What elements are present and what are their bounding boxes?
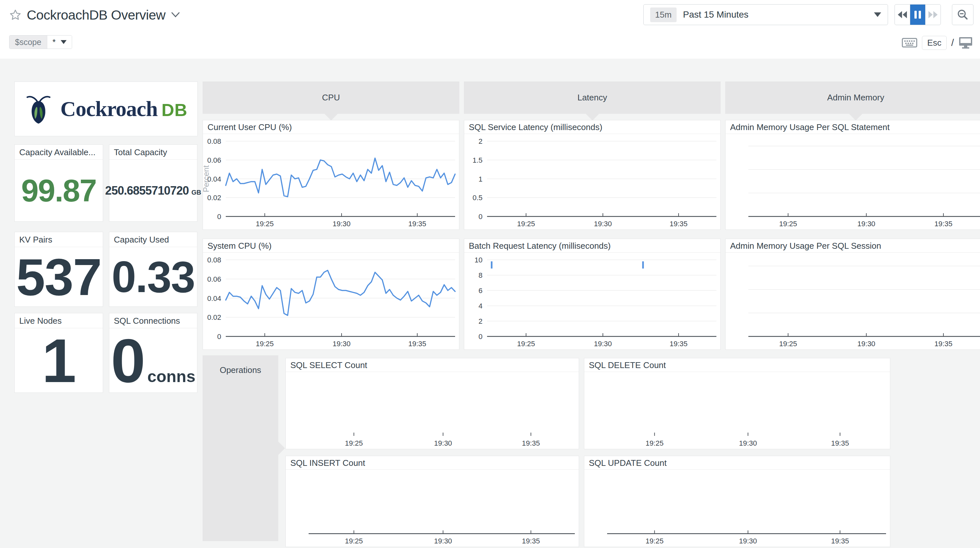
svg-text:19:35: 19:35 xyxy=(934,220,952,228)
svg-text:19:30: 19:30 xyxy=(332,340,350,348)
svg-text:19:25: 19:25 xyxy=(517,220,535,228)
svg-text:1: 1 xyxy=(479,175,482,183)
current-user-cpu-plot[interactable]: 00.020.040.060.0819:2519:3019:35Percent xyxy=(203,134,459,229)
dashboard-title-row: CockroachDB Overview xyxy=(9,6,180,24)
svg-text:Percent: Percent xyxy=(203,165,210,192)
chart-card-sql-update-count: SQL UPDATE Count 19:2519:3019:35 xyxy=(584,456,890,547)
stat-title: Capacity Available... xyxy=(15,145,103,160)
svg-text:19:35: 19:35 xyxy=(408,340,426,348)
svg-text:19:25: 19:25 xyxy=(779,220,797,228)
stat-value: 0.33 xyxy=(111,252,195,302)
svg-text:0.06: 0.06 xyxy=(207,275,221,283)
svg-text:19:25: 19:25 xyxy=(345,537,363,545)
stat-title: KV Pairs xyxy=(15,232,103,247)
svg-text:19:30: 19:30 xyxy=(434,439,452,447)
admin-memory-session-plot[interactable]: 19:2519:3019:35 xyxy=(725,253,980,349)
stat-card-capacity-available: Capacity Available... 99.87 xyxy=(14,145,103,222)
chart-title: SQL DELETE Count xyxy=(584,358,890,372)
chart-card-admin-memory-statement: Admin Memory Usage Per SQL Statement 19:… xyxy=(725,120,980,230)
dashboard-canvas: CockroachDB Capacity Available... 99.87 … xyxy=(0,59,980,548)
svg-text:19:35: 19:35 xyxy=(831,537,849,545)
svg-text:19:25: 19:25 xyxy=(646,537,663,545)
sql-service-latency-plot[interactable]: 00.511.5219:2519:3019:35 xyxy=(464,134,720,229)
scope-caret-icon xyxy=(60,40,67,44)
scope-value-select[interactable]: * xyxy=(47,35,72,49)
keyboard-hints: Esc / xyxy=(902,35,973,50)
cockroachdb-bug-icon xyxy=(24,93,52,124)
stat-value: 537 xyxy=(16,247,102,307)
zoom-out-button[interactable] xyxy=(952,4,974,25)
group-header-latency[interactable]: Latency xyxy=(464,81,721,114)
admin-memory-statement-plot[interactable]: 19:2519:3019:35 xyxy=(725,134,980,229)
chart-title: System CPU (%) xyxy=(203,239,459,253)
stat-card-kv-pairs: KV Pairs 537 xyxy=(14,232,103,307)
stat-card-live-nodes: Live Nodes 1 xyxy=(14,313,103,393)
stat-title: Total Capacity xyxy=(109,145,197,160)
svg-text:0.02: 0.02 xyxy=(207,313,221,321)
group-label: Latency xyxy=(578,92,607,103)
svg-text:0.08: 0.08 xyxy=(207,256,221,264)
page-title[interactable]: CockroachDB Overview xyxy=(27,8,165,23)
sql-update-count-plot[interactable]: 19:2519:3019:35 xyxy=(584,470,890,547)
svg-text:19:30: 19:30 xyxy=(594,340,612,348)
group-header-admin-memory[interactable]: Admin Memory xyxy=(725,81,980,114)
stat-card-capacity-used: Capacity Used 0.33 xyxy=(109,232,197,307)
svg-text:0: 0 xyxy=(217,332,221,341)
rewind-button[interactable] xyxy=(895,5,910,25)
svg-text:19:35: 19:35 xyxy=(522,439,540,447)
duration-badge: 15m xyxy=(650,8,677,22)
time-range-selector[interactable]: 15m Past 15 Minutes xyxy=(643,4,888,25)
slash-separator: / xyxy=(951,37,954,48)
svg-text:19:30: 19:30 xyxy=(858,220,875,228)
svg-text:0: 0 xyxy=(217,213,221,221)
pause-button[interactable] xyxy=(910,5,926,25)
chart-card-current-user-cpu: Current User CPU (%) 00.020.040.060.0819… xyxy=(203,120,459,230)
group-label: Admin Memory xyxy=(827,92,885,103)
playback-controls xyxy=(894,4,941,25)
group-header-cpu[interactable]: CPU xyxy=(203,81,459,114)
fast-forward-button[interactable] xyxy=(926,5,940,25)
svg-text:8: 8 xyxy=(479,271,482,280)
stat-value: 99.87 xyxy=(21,173,96,209)
chart-title: Batch Request Latency (milliseconds) xyxy=(464,239,720,253)
chart-card-batch-request-latency: Batch Request Latency (milliseconds) 024… xyxy=(464,238,721,350)
sql-delete-count-plot[interactable]: 19:2519:3019:35 xyxy=(584,372,890,449)
svg-text:6: 6 xyxy=(479,287,482,295)
keyboard-icon[interactable] xyxy=(902,37,917,48)
svg-text:19:25: 19:25 xyxy=(256,220,274,228)
chart-card-sql-select-count: SQL SELECT Count 19:2519:3019:35 xyxy=(285,358,579,449)
group-panel-operations[interactable]: Operations xyxy=(203,355,278,541)
system-cpu-plot[interactable]: 00.020.040.060.0819:2519:3019:35 xyxy=(203,253,459,349)
chart-card-sql-delete-count: SQL DELETE Count 19:2519:3019:35 xyxy=(584,358,890,449)
sql-insert-count-plot[interactable]: 19:2519:3019:35 xyxy=(286,470,579,547)
stat-value: 250.6855710720 xyxy=(105,184,189,197)
svg-text:19:35: 19:35 xyxy=(831,439,849,447)
chart-card-sql-service-latency: SQL Service Latency (milliseconds) 00.51… xyxy=(464,120,721,230)
dropdown-caret-icon xyxy=(874,13,881,17)
svg-text:2: 2 xyxy=(479,317,482,326)
svg-text:19:25: 19:25 xyxy=(256,340,274,348)
chevron-down-icon[interactable] xyxy=(170,12,180,18)
cockroachdb-logo-card: CockroachDB xyxy=(14,81,198,136)
stat-unit: conns xyxy=(148,367,196,386)
chart-title: Current User CPU (%) xyxy=(203,120,459,134)
group-label: Operations xyxy=(203,355,278,375)
scope-template-variable[interactable]: $scope * xyxy=(9,35,72,49)
stat-card-total-capacity: Total Capacity 250.6855710720 GB xyxy=(109,145,197,222)
scope-value: * xyxy=(52,38,56,47)
stat-title: Capacity Used xyxy=(109,232,197,247)
chart-title: Admin Memory Usage Per SQL Session xyxy=(725,239,980,253)
svg-text:0.04: 0.04 xyxy=(207,294,221,303)
chart-card-admin-memory-session: Admin Memory Usage Per SQL Session 19:25… xyxy=(725,238,980,350)
svg-text:0: 0 xyxy=(479,332,482,341)
svg-text:19:25: 19:25 xyxy=(345,439,363,447)
svg-text:19:35: 19:35 xyxy=(408,220,426,228)
group-label: CPU xyxy=(322,92,340,103)
chart-title: Admin Memory Usage Per SQL Statement xyxy=(725,120,980,134)
batch-request-latency-plot[interactable]: 024681019:2519:3019:35 xyxy=(464,253,720,349)
monitor-icon[interactable] xyxy=(958,37,973,49)
svg-text:0.08: 0.08 xyxy=(207,137,221,145)
star-icon[interactable] xyxy=(9,9,22,21)
sql-select-count-plot[interactable]: 19:2519:3019:35 xyxy=(286,372,579,449)
scope-label: $scope xyxy=(10,35,47,49)
